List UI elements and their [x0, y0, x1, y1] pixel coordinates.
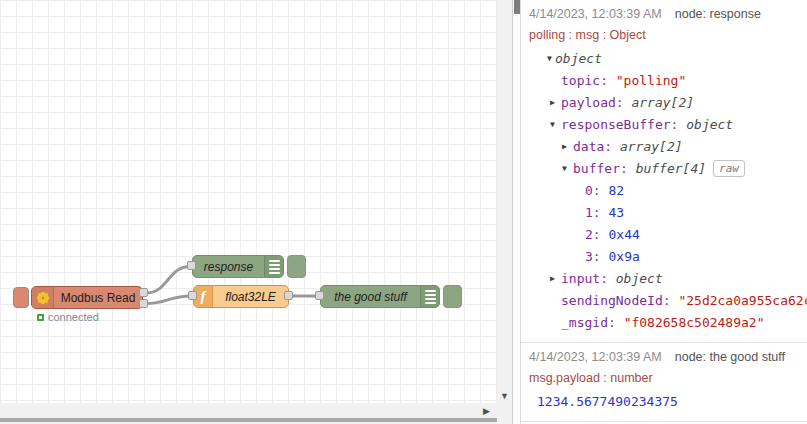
- debug-key: topic:: [561, 73, 616, 88]
- debug-tree-row: 1: 43: [529, 202, 799, 224]
- wire-modbus-to-response[interactable]: [146, 267, 190, 294]
- debug-output-icon: [420, 286, 439, 307]
- response-input-port[interactable]: [187, 261, 196, 270]
- debug-tree-row: ▶data: array[2]: [529, 136, 799, 158]
- raw-button[interactable]: raw: [713, 160, 745, 177]
- debug-tree: ▼objecttopic: "polling"▶payload: array[2…: [529, 48, 799, 334]
- debug-timestamp: 4/14/2023, 12:03:39 AM: [529, 349, 662, 365]
- debug-key: data:: [573, 139, 620, 154]
- float32le-input-port[interactable]: [188, 291, 197, 300]
- debug-value: 82: [608, 183, 624, 198]
- debug-tree-row: 0: 82: [529, 180, 799, 202]
- debug-value: 0x9a: [608, 249, 639, 264]
- debug-value: 0x44: [608, 227, 639, 242]
- debug-tree-row: sendingNodeId: "25d2ca0a955ca62c": [529, 290, 799, 312]
- debug-key: 1:: [585, 205, 608, 220]
- debug-tree-row: _msgid: "f082658c502489a2": [529, 312, 799, 334]
- workspace-vscrollbar[interactable]: ▼: [497, 0, 512, 403]
- debug-key: responseBuffer:: [561, 117, 686, 132]
- debug-value: "polling": [616, 73, 686, 88]
- debug-node-name: node: response: [675, 6, 761, 22]
- node-modbus-read[interactable]: Modbus Read: [31, 286, 143, 309]
- debug-tree-row: ▼responseBuffer: object: [529, 114, 799, 136]
- expand-icon[interactable]: ▶: [550, 92, 555, 114]
- debug-type: object: [555, 51, 602, 66]
- modbus-output-port-2[interactable]: [139, 299, 148, 308]
- debug-tree-row: 2: 0x44: [529, 224, 799, 246]
- collapse-icon[interactable]: ▼: [562, 158, 567, 180]
- debug-message-meta: msg.payload : number: [529, 370, 799, 386]
- debug-key: _msgid:: [561, 315, 624, 330]
- debug-value: 1234.5677490234375: [537, 394, 678, 409]
- debug-tree-row: ▼object: [529, 48, 799, 70]
- debug-key: 2:: [585, 227, 608, 242]
- debug-toggle-button[interactable]: [287, 255, 306, 278]
- debug-panel: 4/14/2023, 12:03:39 AMnode: responsepoll…: [520, 0, 807, 424]
- debug-value: 43: [608, 205, 624, 220]
- node-status: connected: [37, 311, 99, 323]
- debug-message-meta: polling : msg : Object: [529, 27, 799, 43]
- collapse-icon[interactable]: ▼: [550, 114, 555, 136]
- debug-tree-row: ▶input: object: [529, 268, 799, 290]
- debug-timestamp: 4/14/2023, 12:03:39 AM: [529, 6, 662, 22]
- debug-key: sendingNodeId:: [561, 293, 678, 308]
- float32le-output-port[interactable]: [284, 291, 293, 300]
- wire-modbus-to-float32le[interactable]: [146, 296, 191, 304]
- status-text: connected: [48, 311, 99, 323]
- expand-icon[interactable]: ▶: [550, 268, 555, 290]
- node-label: float32LE: [213, 286, 288, 307]
- debug-tree-row: ▶payload: array[2]: [529, 92, 799, 114]
- debug-tree-row: 1234.5677490234375: [529, 391, 799, 413]
- debug-key: input:: [561, 271, 616, 286]
- debug-type: object: [686, 117, 733, 132]
- debug-tree-row: ▼buffer: buffer[4]raw: [529, 158, 799, 180]
- node-debug-the-good-stuff[interactable]: the good stuff: [320, 285, 440, 308]
- debug-key: 3:: [585, 249, 608, 264]
- debug-value: "25d2ca0a955ca62c": [678, 293, 807, 308]
- node-red-window: Modbus Read connected response f float32…: [0, 0, 807, 424]
- debug-key: 0:: [585, 183, 608, 198]
- debug-message-header: 4/14/2023, 12:03:39 AMnode: the good stu…: [529, 349, 799, 365]
- scroll-right-arrow-icon[interactable]: ▶: [483, 406, 490, 416]
- debug-tree-row: 3: 0x9a: [529, 246, 799, 268]
- debug-node-name: node: the good stuff: [675, 349, 785, 365]
- node-function-float32le[interactable]: f float32LE: [193, 285, 289, 308]
- workspace-hscrollbar[interactable]: ▶: [0, 403, 512, 424]
- flow-workspace[interactable]: Modbus Read connected response f float32…: [0, 0, 497, 403]
- debug-output-icon: [264, 256, 283, 277]
- node-label: response: [193, 256, 264, 277]
- modbus-node-button[interactable]: [13, 287, 29, 308]
- debug-message: 4/14/2023, 12:03:39 AMnode: the good stu…: [521, 343, 807, 422]
- debug-type: array[2]: [620, 139, 683, 154]
- debug-message-list: 4/14/2023, 12:03:39 AMnode: responsepoll…: [521, 0, 807, 422]
- sidebar-scrollbar[interactable]: [512, 0, 520, 424]
- hscroll-thumb[interactable]: [0, 418, 497, 422]
- debug-key: buffer:: [573, 161, 636, 176]
- debug-key: payload:: [561, 95, 631, 110]
- wires-layer: [0, 0, 512, 424]
- debug-message-header: 4/14/2023, 12:03:39 AMnode: response: [529, 6, 799, 22]
- collapse-icon[interactable]: ▼: [547, 48, 552, 70]
- debug-type: buffer[4]: [636, 161, 706, 176]
- modbus-icon: [32, 287, 54, 308]
- expand-icon[interactable]: ▶: [562, 136, 567, 158]
- modbus-output-port-1[interactable]: [139, 288, 148, 297]
- debug-type: object: [616, 271, 663, 286]
- scroll-down-arrow-icon[interactable]: ▼: [497, 391, 512, 401]
- debug-message: 4/14/2023, 12:03:39 AMnode: responsepoll…: [521, 0, 807, 343]
- debug-toggle-button[interactable]: [443, 285, 462, 308]
- node-label: the good stuff: [321, 286, 420, 307]
- node-label: Modbus Read: [54, 287, 142, 308]
- debug-value: "f082658c502489a2": [624, 315, 765, 330]
- node-debug-response[interactable]: response: [192, 255, 284, 278]
- debug-type: array[2]: [631, 95, 694, 110]
- goodstuff-input-port[interactable]: [315, 291, 324, 300]
- debug-tree-row: topic: "polling": [529, 70, 799, 92]
- sidebar-scroll-thumb[interactable]: [514, 0, 520, 14]
- debug-tree: 1234.5677490234375: [529, 391, 799, 413]
- connected-status-icon: [37, 314, 44, 321]
